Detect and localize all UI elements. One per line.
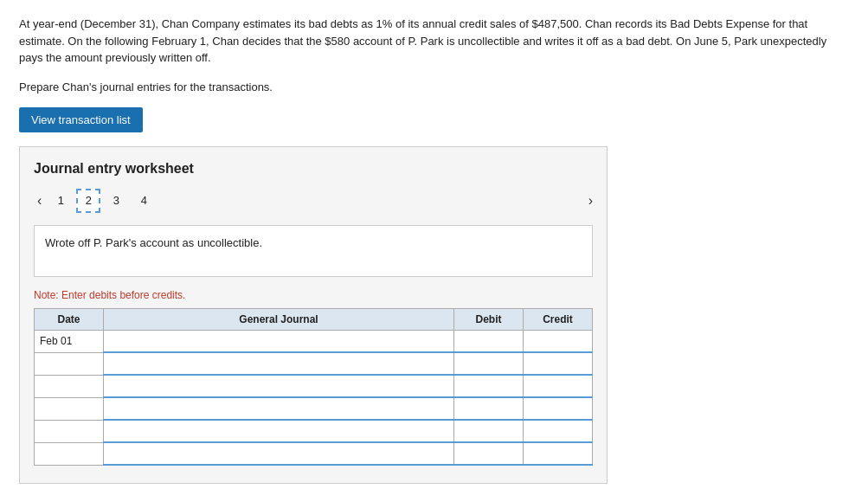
debit-input-3[interactable] xyxy=(454,398,523,419)
date-cell-1 xyxy=(35,352,104,375)
tab-prev-arrow[interactable]: ‹ xyxy=(34,191,45,210)
debit-cell-2[interactable] xyxy=(454,375,524,397)
debit-input-5[interactable] xyxy=(454,443,523,464)
journal-cell-5[interactable] xyxy=(104,442,454,465)
tab-navigation: ‹ 1 2 3 4 › xyxy=(34,189,593,213)
col-header-journal: General Journal xyxy=(104,308,454,330)
debit-cell-1[interactable] xyxy=(454,352,524,375)
debit-input-1[interactable] xyxy=(454,353,523,374)
table-row xyxy=(35,420,593,442)
credit-cell-1[interactable] xyxy=(524,352,593,375)
journal-cell-2[interactable] xyxy=(104,375,454,397)
debit-input-4[interactable] xyxy=(454,421,523,441)
tab-2[interactable]: 2 xyxy=(76,189,100,213)
tab-next-arrow[interactable]: › xyxy=(588,193,593,209)
journal-input-5[interactable] xyxy=(104,443,453,464)
tab-3[interactable]: 3 xyxy=(104,189,128,213)
credit-input-5[interactable] xyxy=(524,443,592,464)
debit-input-2[interactable] xyxy=(454,376,523,396)
tab-4[interactable]: 4 xyxy=(132,189,156,213)
debit-cell-4[interactable] xyxy=(454,420,524,442)
tab-1[interactable]: 1 xyxy=(48,189,73,213)
credit-input-2[interactable] xyxy=(524,376,592,396)
journal-input-1[interactable] xyxy=(104,353,453,374)
table-row xyxy=(35,375,593,397)
journal-cell-0[interactable] xyxy=(104,330,454,352)
prepare-label: Prepare Chan's journal entries for the t… xyxy=(19,80,849,93)
note-text: Note: Enter debits before credits. xyxy=(34,289,593,301)
date-cell-2 xyxy=(35,375,104,397)
credit-cell-2[interactable] xyxy=(524,375,593,397)
journal-input-2[interactable] xyxy=(104,376,453,396)
credit-cell-0[interactable] xyxy=(524,330,593,352)
table-row xyxy=(35,442,593,465)
table-row: Feb 01 xyxy=(35,330,593,352)
journal-cell-3[interactable] xyxy=(104,397,454,420)
credit-cell-4[interactable] xyxy=(524,420,593,442)
worksheet-container: Journal entry worksheet ‹ 1 2 3 4 › Wrot… xyxy=(19,146,608,485)
credit-input-3[interactable] xyxy=(524,398,592,419)
credit-input-0[interactable] xyxy=(524,331,592,352)
credit-cell-3[interactable] xyxy=(524,397,593,420)
debit-cell-0[interactable] xyxy=(454,330,524,352)
credit-input-1[interactable] xyxy=(524,353,592,374)
transaction-description: Wrote off P. Park's account as uncollect… xyxy=(34,225,593,277)
date-cell-0: Feb 01 xyxy=(35,330,104,352)
journal-input-4[interactable] xyxy=(104,421,453,441)
journal-table: Date General Journal Debit Credit Feb 01 xyxy=(34,308,593,467)
journal-input-3[interactable] xyxy=(104,398,453,419)
col-header-date: Date xyxy=(35,308,104,330)
journal-input-0[interactable] xyxy=(104,331,453,352)
date-cell-5 xyxy=(35,442,104,465)
credit-cell-5[interactable] xyxy=(524,442,593,465)
date-cell-4 xyxy=(35,420,104,442)
debit-input-0[interactable] xyxy=(454,331,523,352)
table-row xyxy=(35,397,593,420)
date-cell-3 xyxy=(35,397,104,420)
intro-paragraph: At year-end (December 31), Chan Company … xyxy=(19,16,849,67)
col-header-debit: Debit xyxy=(454,308,524,330)
credit-input-4[interactable] xyxy=(524,421,592,441)
col-header-credit: Credit xyxy=(524,308,593,330)
debit-cell-3[interactable] xyxy=(454,397,524,420)
journal-cell-4[interactable] xyxy=(104,420,454,442)
debit-cell-5[interactable] xyxy=(454,442,524,465)
table-row xyxy=(35,352,593,375)
journal-cell-1[interactable] xyxy=(104,352,454,375)
view-transaction-list-button[interactable]: View transaction list xyxy=(19,107,143,132)
worksheet-title: Journal entry worksheet xyxy=(34,161,593,177)
